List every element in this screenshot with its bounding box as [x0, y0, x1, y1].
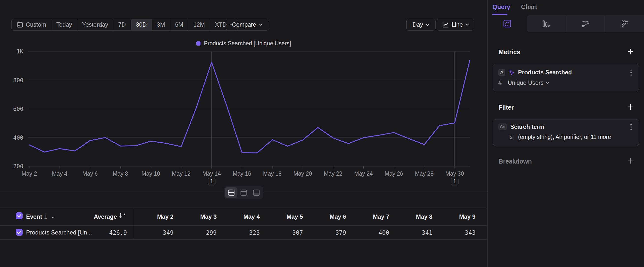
- add-filter-button[interactable]: [627, 104, 634, 112]
- metric-menu-button[interactable]: [630, 69, 633, 77]
- column-header-may-5: May 5: [260, 213, 303, 220]
- column-header-may-7: May 7: [346, 213, 389, 220]
- table-header-row: Event1 Average May 2May 3May 4May 5May 6…: [0, 208, 487, 225]
- select-all-checkbox[interactable]: [16, 212, 23, 219]
- metric-card[interactable]: A Products Searched # Unique Users: [493, 64, 639, 91]
- column-header-may-9: May 9: [432, 213, 476, 220]
- layout-toggle-group: [224, 186, 263, 199]
- tab-query[interactable]: Query: [492, 4, 510, 11]
- report-canvas: CustomTodayYesterday7D30D3M6M12MXTD Comp…: [0, 0, 487, 267]
- cell-value: 307: [260, 229, 303, 236]
- filter-menu-button[interactable]: [630, 123, 633, 131]
- inactive-report-tabs: [527, 15, 644, 32]
- chevron-down-icon: [52, 216, 55, 219]
- svg-text:May 30: May 30: [446, 170, 464, 177]
- active-tab-underline: [492, 14, 508, 15]
- svg-text:1: 1: [210, 178, 213, 184]
- chevron-down-icon: [546, 82, 549, 84]
- svg-text:600: 600: [13, 106, 23, 112]
- average-column-divider: [133, 208, 133, 239]
- svg-text:May 14: May 14: [202, 170, 221, 177]
- date-column-headers: May 2May 3May 4May 5May 6May 7May 8May 9: [130, 213, 476, 220]
- row-average-value: 426.9: [78, 229, 127, 236]
- svg-text:May 12: May 12: [172, 170, 190, 177]
- tab-more-reports[interactable]: [605, 15, 644, 32]
- svg-text:May 2: May 2: [22, 170, 37, 177]
- line-chart[interactable]: 2004006008001KMay 2May 4May 6May 8May 10…: [0, 0, 487, 187]
- layout-split-icon: [228, 189, 235, 196]
- svg-text:May 22: May 22: [324, 170, 342, 177]
- tab-insights[interactable]: [488, 15, 527, 32]
- column-header-may-2: May 2: [130, 213, 174, 220]
- row-values: 349299323307379400341343: [130, 229, 476, 236]
- table-row: Products Searched [Un... 426.9 349299323…: [0, 225, 487, 239]
- svg-text:May 24: May 24: [354, 170, 373, 177]
- cell-value: 341: [389, 229, 432, 236]
- cell-value: 343: [432, 229, 476, 236]
- svg-text:May 10: May 10: [142, 170, 160, 177]
- add-breakdown-button[interactable]: [627, 158, 634, 165]
- layout-table-only-icon: [253, 189, 260, 196]
- query-panel: Query Chart: [487, 0, 644, 267]
- tab-funnels[interactable]: [527, 15, 566, 32]
- svg-text:May 4: May 4: [52, 170, 68, 177]
- add-metric-button[interactable]: [627, 48, 634, 56]
- svg-text:May 8: May 8: [113, 170, 128, 177]
- event-column-header[interactable]: Event1: [26, 213, 55, 220]
- sort-icon[interactable]: [118, 212, 126, 221]
- plus-icon: [627, 158, 634, 164]
- cell-value: 400: [346, 229, 389, 236]
- plus-icon: [627, 104, 634, 110]
- filter-card[interactable]: Aa Search term Is (empty string), Air pu…: [493, 119, 639, 146]
- average-column-header: Average: [62, 213, 117, 220]
- svg-text:1: 1: [453, 178, 456, 184]
- svg-text:May 18: May 18: [263, 170, 282, 177]
- row-checkbox[interactable]: [16, 229, 23, 236]
- metrics-section-title: Metrics: [498, 49, 520, 56]
- string-property-badge: Aa: [498, 123, 507, 130]
- metric-letter-badge: A: [498, 69, 505, 76]
- check-icon: [17, 214, 22, 217]
- filter-value[interactable]: (empty string), Air purifier, or 11 more: [518, 134, 611, 140]
- filter-section-title: Filter: [498, 104, 514, 111]
- svg-text:800: 800: [13, 77, 23, 84]
- layout-split-button[interactable]: [225, 187, 237, 198]
- cell-value: 349: [130, 229, 174, 236]
- tab-flows[interactable]: [566, 15, 605, 32]
- svg-text:May 28: May 28: [415, 170, 434, 177]
- column-header-may-4: May 4: [217, 213, 260, 220]
- analytics-app: CustomTodayYesterday7D30D3M6M12MXTD Comp…: [0, 0, 644, 267]
- event-count: 1: [44, 213, 47, 220]
- svg-text:May 20: May 20: [294, 170, 312, 177]
- layout-chart-only-icon: [240, 189, 248, 196]
- measure-selector[interactable]: Unique Users: [508, 79, 544, 86]
- funnels-icon: [542, 20, 550, 28]
- panel-tabs: Query Chart: [492, 4, 537, 11]
- filter-operator[interactable]: Is: [508, 134, 513, 140]
- insights-icon: [503, 19, 512, 28]
- svg-text:May 6: May 6: [82, 170, 98, 177]
- report-type-tabs: [488, 15, 644, 32]
- column-header-may-8: May 8: [389, 213, 432, 220]
- svg-text:May 16: May 16: [233, 170, 251, 177]
- plus-icon: [627, 48, 634, 55]
- apps-grid-icon: [621, 20, 629, 28]
- filter-property-name: Search term: [510, 123, 544, 130]
- cell-value: 323: [217, 229, 260, 236]
- layout-table-only-button[interactable]: [250, 187, 262, 198]
- tab-chart[interactable]: Chart: [521, 4, 537, 11]
- cell-value: 299: [174, 229, 216, 236]
- metric-name: Products Searched: [518, 69, 572, 76]
- measure-prefix: #: [498, 79, 506, 86]
- column-header-may-6: May 6: [303, 213, 346, 220]
- svg-text:May 26: May 26: [384, 170, 403, 177]
- layout-chart-only-button[interactable]: [238, 187, 250, 198]
- event-cursor-icon: [508, 69, 515, 76]
- check-icon: [17, 230, 22, 234]
- breakdown-section-title: Breakdown: [498, 158, 532, 165]
- row-divider: [0, 239, 487, 240]
- svg-text:400: 400: [13, 134, 23, 141]
- svg-text:1K: 1K: [16, 48, 23, 55]
- column-header-may-3: May 3: [174, 213, 216, 220]
- cell-value: 379: [303, 229, 346, 236]
